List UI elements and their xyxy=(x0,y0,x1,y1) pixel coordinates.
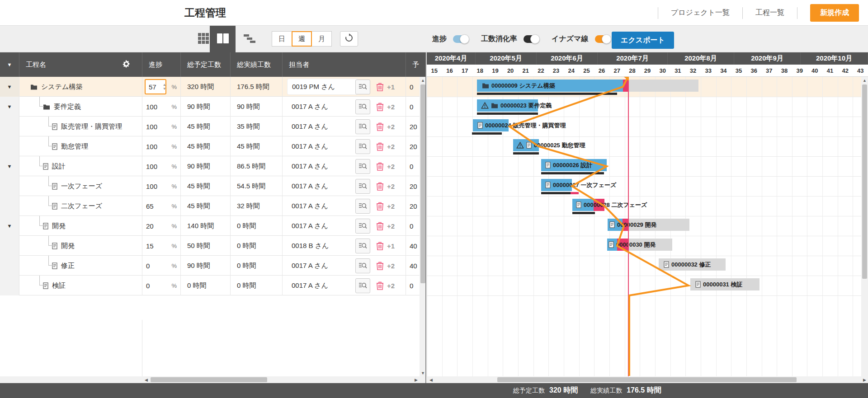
refresh-button[interactable] xyxy=(340,31,358,47)
lightning-line-toggle[interactable] xyxy=(595,35,610,43)
assignee-cell[interactable]: 0017 A さん+2 xyxy=(283,216,406,236)
table-row[interactable]: 検証0%0 時間0 時間0017 A さん+20 xyxy=(0,276,426,295)
gantt-bar-segment[interactable] xyxy=(628,80,698,92)
progress-cell[interactable]: 100% xyxy=(142,136,181,156)
assignee-search-button[interactable] xyxy=(355,119,370,134)
panel-divider[interactable] xyxy=(425,52,426,383)
row-expander[interactable] xyxy=(0,176,19,196)
table-row[interactable]: 開発15%50 時間0 時間0018 B さん+140 xyxy=(0,236,426,256)
task-name-cell[interactable]: 開発 xyxy=(19,236,142,256)
add-child-button[interactable]: +2 xyxy=(387,163,395,170)
add-child-button[interactable]: +2 xyxy=(387,103,395,111)
row-expander[interactable] xyxy=(0,117,19,136)
assignee-search-button[interactable] xyxy=(355,159,370,174)
scrollbar-thumb[interactable] xyxy=(420,84,425,283)
assignee-cell[interactable]: 0017 A さん+2 xyxy=(283,196,406,216)
table-row[interactable]: 一次フェーズ100%45 時間54.5 時間0017 A さん+220 xyxy=(0,176,426,196)
effort-rate-toggle[interactable] xyxy=(524,35,539,43)
assignee-search-button[interactable] xyxy=(355,99,370,114)
table-row[interactable]: ▼設計100%90 時間86.5 時間0017 A さん+20 xyxy=(0,156,426,176)
assignee-input[interactable]: 0019 PM さん xyxy=(287,79,359,95)
scroll-right-arrow[interactable]: ▶ xyxy=(413,376,420,383)
task-name-cell[interactable]: 開発 xyxy=(19,216,142,236)
progress-cell[interactable]: 65% xyxy=(142,196,181,216)
header-expander-col[interactable]: ▼ xyxy=(0,52,19,77)
add-child-button[interactable]: +2 xyxy=(387,202,395,210)
delete-row-button[interactable] xyxy=(374,160,385,172)
delete-row-button[interactable] xyxy=(374,121,385,132)
delete-row-button[interactable] xyxy=(374,200,385,212)
delete-row-button[interactable] xyxy=(374,81,385,93)
add-child-button[interactable]: +2 xyxy=(387,262,395,270)
create-new-button[interactable]: 新規作成 xyxy=(810,4,859,22)
row-expander[interactable] xyxy=(0,236,19,256)
row-expander[interactable]: ▼ xyxy=(0,216,19,236)
row-expander[interactable]: ▼ xyxy=(0,77,19,97)
spinner-arrows[interactable]: ▲▼ xyxy=(156,84,169,90)
progress-cell[interactable]: 0% xyxy=(142,256,181,276)
add-child-button[interactable]: +1 xyxy=(387,242,395,250)
gear-icon[interactable] xyxy=(123,60,130,69)
delete-row-button[interactable] xyxy=(374,220,385,232)
progress-cell[interactable]: 20% xyxy=(142,216,181,236)
assignee-cell[interactable]: 0017 A さん+2 xyxy=(283,176,406,196)
table-row[interactable]: ▼要件定義100%90 時間90 時間0017 A さん+20 xyxy=(0,97,426,117)
scrollbar-thumb[interactable] xyxy=(151,377,267,382)
period-week-button[interactable]: 週 xyxy=(292,31,312,47)
delete-row-button[interactable] xyxy=(374,240,385,252)
assignee-search-button[interactable] xyxy=(355,239,370,253)
add-child-button[interactable]: +2 xyxy=(387,123,395,131)
task-name-cell[interactable]: 修正 xyxy=(19,256,142,276)
assignee-cell[interactable]: 0019 PM さん+1 xyxy=(283,77,406,97)
assignee-search-button[interactable] xyxy=(355,179,370,194)
table-row[interactable]: 販売管理・購買管理100%45 時間35 時間0017 A さん+220 xyxy=(0,117,426,136)
view-wbs-button[interactable] xyxy=(236,26,262,52)
delete-row-button[interactable] xyxy=(374,260,385,272)
task-name-cell[interactable]: システム構築 xyxy=(19,77,142,97)
view-split-button[interactable] xyxy=(210,26,236,52)
scroll-up-arrow[interactable]: ▲ xyxy=(861,77,868,84)
period-day-button[interactable]: 日 xyxy=(272,31,292,47)
row-expander[interactable] xyxy=(0,136,19,156)
assignee-search-button[interactable] xyxy=(355,278,370,293)
task-name-cell[interactable]: 勤怠管理 xyxy=(19,136,142,156)
period-month-button[interactable]: 月 xyxy=(311,31,332,47)
gantt-vertical-scrollbar[interactable]: ▲ xyxy=(861,77,868,376)
scrollbar-thumb[interactable] xyxy=(497,377,797,382)
row-expander[interactable] xyxy=(0,276,19,295)
progress-cell[interactable]: 15% xyxy=(142,236,181,256)
row-expander[interactable]: ▼ xyxy=(0,156,19,176)
table-horizontal-scrollbar[interactable]: ◀ ▶ xyxy=(0,376,426,383)
task-name-cell[interactable]: 検証 xyxy=(19,276,142,295)
link-project-list[interactable]: プロジェクト一覧 xyxy=(658,8,742,18)
scroll-right-arrow[interactable]: ▶ xyxy=(861,376,868,383)
assignee-search-button[interactable] xyxy=(355,258,370,273)
progress-cell[interactable]: 0% xyxy=(142,276,181,295)
progress-input[interactable]: 57▲▼ xyxy=(145,79,166,94)
delete-row-button[interactable] xyxy=(374,140,385,152)
delete-row-button[interactable] xyxy=(374,180,385,192)
delete-row-button[interactable] xyxy=(374,280,385,291)
assignee-cell[interactable]: 0017 A さん+2 xyxy=(283,256,406,276)
row-expander[interactable] xyxy=(0,256,19,276)
assignee-cell[interactable]: 0018 B さん+1 xyxy=(283,236,406,256)
progress-toggle[interactable] xyxy=(453,35,468,43)
table-row[interactable]: ▼開発20%140 時間0 時間0017 A さん+20 xyxy=(0,216,426,236)
progress-cell[interactable]: 100% xyxy=(142,176,181,196)
add-child-button[interactable]: +1 xyxy=(387,83,395,91)
row-expander[interactable]: ▼ xyxy=(0,97,19,117)
assignee-cell[interactable]: 0017 A さん+2 xyxy=(283,136,406,156)
assignee-cell[interactable]: 0017 A さん+2 xyxy=(283,276,406,295)
scrollbar-thumb[interactable] xyxy=(862,84,867,279)
add-child-button[interactable]: +2 xyxy=(387,222,395,230)
progress-cell[interactable]: 100% xyxy=(142,97,181,117)
assignee-search-button[interactable] xyxy=(355,219,370,234)
task-name-cell[interactable]: 一次フェーズ xyxy=(19,176,142,196)
progress-cell[interactable]: 100% xyxy=(142,117,181,136)
table-row[interactable]: 修正0%90 時間0 時間0017 A さん+240 xyxy=(0,256,426,276)
link-process-list[interactable]: 工程一覧 xyxy=(743,8,797,18)
table-row[interactable]: 勤怠管理100%45 時間45 時間0017 A さん+220 xyxy=(0,136,426,156)
progress-cell[interactable]: 100% xyxy=(142,156,181,176)
delete-row-button[interactable] xyxy=(374,101,385,112)
progress-cell[interactable]: 57▲▼% xyxy=(142,77,181,97)
